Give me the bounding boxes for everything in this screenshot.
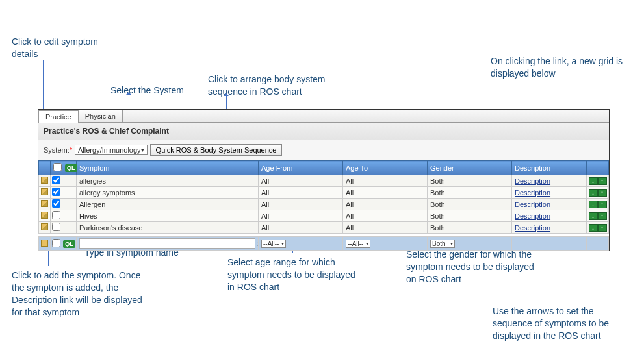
table-row: allergiesAllAllBothDescription↓↑ [39, 175, 609, 187]
cell-age-from: All [259, 222, 343, 234]
description-link[interactable]: Description [515, 177, 550, 185]
cell-gender: Both [428, 187, 512, 199]
chevron-down-icon: ▾ [450, 241, 453, 247]
cell-symptom: Allergen [77, 199, 259, 210]
chevron-down-icon: ▾ [281, 241, 284, 247]
header-checkbox[interactable] [53, 163, 62, 171]
cell-age-from: All [259, 187, 343, 199]
cell-age-to: All [343, 210, 428, 222]
cell-age-to: All [343, 199, 428, 210]
description-link[interactable]: Description [515, 201, 550, 208]
tab-physician[interactable]: Physician [78, 110, 123, 122]
row-checkbox[interactable] [52, 211, 60, 219]
table-row: Parkinson's diseaseAllAllBothDescription… [39, 222, 609, 234]
age-to-select[interactable]: --All--▾ [346, 240, 370, 248]
col-age-from: Age From [259, 161, 343, 175]
edit-icon[interactable] [41, 177, 48, 184]
cell-age-from: All [259, 210, 343, 222]
row-checkbox[interactable] [52, 188, 60, 196]
edit-icon[interactable] [41, 200, 48, 207]
row-checkbox[interactable] [52, 199, 60, 208]
new-symptom-row: QL▲▼*--All--▾--All--▾Both▾ [39, 237, 609, 251]
spinner-down-icon[interactable]: ▼ [257, 244, 259, 248]
cell-symptom: allergies [77, 175, 259, 187]
callout-gender: Select the gender for which the symptom … [406, 249, 536, 286]
cell-age-from: All [259, 199, 343, 210]
cell-symptom: Hives [77, 210, 259, 222]
table-row: AllergenAllAllBothDescription↓↑ [39, 199, 609, 210]
new-row-checkbox[interactable] [52, 239, 60, 247]
sequence-button[interactable]: Quick ROS & Body System Sequence [150, 144, 283, 156]
col-gender: Gender [428, 161, 512, 175]
col-description: Description [512, 161, 587, 175]
callout-desc-link: On clicking the link, a new grid is disp… [491, 55, 624, 80]
section-title: Practice's ROS & Chief Complaint [38, 123, 609, 140]
move-up-icon[interactable]: ↑ [598, 224, 607, 232]
toolbar: System:* Allergy/Immunology ▾ Quick ROS … [38, 140, 609, 160]
cell-gender: Both [428, 175, 512, 187]
callout-sequence: Click to arrange body system sequence in… [208, 73, 351, 98]
app-frame: Practice Physician Practice's ROS & Chie… [38, 109, 610, 251]
tab-practice[interactable]: Practice [38, 110, 79, 123]
system-select-value: Allergy/Immunology [78, 146, 141, 154]
symptom-grid: QL Symptom Age From Age To Gender Descri… [38, 160, 609, 251]
symptom-name-input[interactable] [79, 238, 255, 249]
row-checkbox[interactable] [52, 176, 60, 184]
ql-badge[interactable]: QL [63, 240, 75, 248]
callout-select-system: Select the System [110, 84, 184, 97]
cell-age-to: All [343, 222, 428, 234]
move-down-icon[interactable]: ↓ [589, 212, 598, 220]
move-up-icon[interactable]: ↑ [598, 189, 607, 197]
description-link[interactable]: Description [515, 212, 550, 220]
ql-header-badge: QL [65, 164, 77, 172]
edit-icon[interactable] [41, 223, 48, 230]
col-symptom: Symptom [77, 161, 259, 175]
edit-icon[interactable] [41, 212, 48, 219]
table-row: allergy symptomsAllAllBothDescription↓↑ [39, 187, 609, 199]
row-checkbox[interactable] [52, 223, 60, 231]
cell-symptom: allergy symptoms [77, 187, 259, 199]
callout-arrows: Use the arrows to set the sequence of sy… [493, 305, 632, 342]
cell-gender: Both [428, 210, 512, 222]
tab-bar: Practice Physician [38, 110, 609, 123]
cell-gender: Both [428, 199, 512, 210]
system-select[interactable]: Allergy/Immunology ▾ [75, 145, 148, 155]
cell-age-to: All [343, 187, 428, 199]
chevron-down-icon: ▾ [141, 147, 144, 153]
callout-edit: Click to edit symptom details [12, 36, 122, 60]
age-from-select[interactable]: --All--▾ [261, 240, 286, 248]
move-up-icon[interactable]: ↑ [598, 201, 607, 208]
move-down-icon[interactable]: ↓ [589, 177, 598, 185]
col-age-to: Age To [343, 161, 428, 175]
description-link[interactable]: Description [515, 224, 550, 232]
cell-gender: Both [428, 222, 512, 234]
callout-age-range: Select age range for which symptom needs… [227, 256, 357, 293]
system-label: System:* [44, 146, 72, 154]
edit-icon[interactable] [41, 188, 48, 195]
callout-add-symptom: Click to add the symptom. Once the sympt… [12, 269, 151, 319]
add-symptom-icon[interactable] [41, 240, 48, 247]
cell-age-from: All [259, 175, 343, 187]
move-down-icon[interactable]: ↓ [589, 201, 598, 208]
chevron-down-icon: ▾ [366, 241, 368, 247]
gender-select[interactable]: Both▾ [430, 240, 455, 248]
cell-symptom: Parkinson's disease [77, 222, 259, 234]
description-link[interactable]: Description [515, 189, 550, 197]
move-up-icon[interactable]: ↑ [598, 177, 607, 185]
move-up-icon[interactable]: ↑ [598, 212, 607, 220]
table-row: HivesAllAllBothDescription↓↑ [39, 210, 609, 222]
move-down-icon[interactable]: ↓ [589, 224, 598, 232]
cell-age-to: All [343, 175, 428, 187]
move-down-icon[interactable]: ↓ [589, 189, 598, 197]
